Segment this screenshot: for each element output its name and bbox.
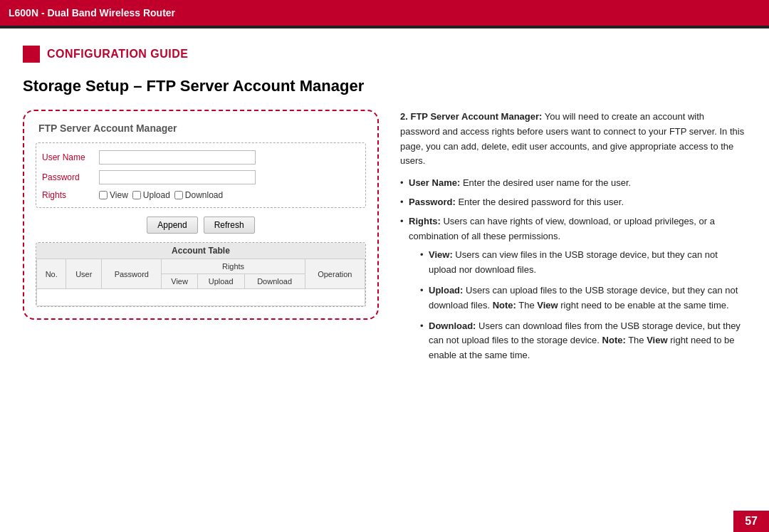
append-button[interactable]: Append xyxy=(147,217,197,234)
col-password: Password xyxy=(102,259,162,289)
password-input[interactable] xyxy=(99,170,256,184)
view-desc: Users can view files in the USB storage … xyxy=(429,249,718,275)
section-title: CONFIGURATION GUIDE xyxy=(47,48,189,61)
upload-view-bold: View xyxy=(537,300,558,311)
section-header: CONFIGURATION GUIDE xyxy=(23,46,746,63)
red-box-icon xyxy=(23,46,40,63)
rights-upload-label: Upload xyxy=(143,190,170,200)
header: L600N - Dual Band Wireless Router xyxy=(0,0,769,26)
rights-download-checkbox[interactable] xyxy=(174,191,183,199)
download-note-text: The xyxy=(628,335,647,345)
page-heading: Storage Setup – FTP Server Account Manag… xyxy=(23,77,746,95)
ftp-form: User Name Password Rights View xyxy=(36,142,366,208)
upload-end-text: right need to be enable at the same time… xyxy=(560,300,728,311)
rights-view-label: View xyxy=(110,190,128,200)
right-column: 2. FTP Server Account Manager: You will … xyxy=(400,110,746,369)
sub-bullet-view: View: Users can view files in the USB st… xyxy=(420,248,746,278)
description-intro: 2. FTP Server Account Manager: You will … xyxy=(400,110,746,169)
rights-download-item: Download xyxy=(174,190,223,200)
username-desc: Enter the desired user name for the user… xyxy=(463,177,631,188)
sub-bullet-download: Download: Users can download files from … xyxy=(420,319,746,363)
password-label: Password xyxy=(42,172,99,182)
download-bold: Download: xyxy=(429,320,476,331)
two-column-layout: FTP Server Account Manager User Name Pas… xyxy=(23,110,746,369)
username-bold: User Name: xyxy=(409,177,460,188)
rights-view-item: View xyxy=(99,190,128,200)
account-table-section: Account Table No. User Password Rights O… xyxy=(36,242,366,307)
page-number: 57 xyxy=(733,511,769,532)
rights-row: Rights View Upload xyxy=(42,190,360,200)
download-view-bold: View xyxy=(647,335,667,345)
rights-upload-item: Upload xyxy=(132,190,170,200)
ftp-panel-title: FTP Server Account Manager xyxy=(36,122,366,134)
rights-view-checkbox[interactable] xyxy=(99,191,108,199)
upload-note-bold: Note: xyxy=(493,300,516,311)
view-bold: View: xyxy=(429,249,453,260)
password-bold: Password: xyxy=(409,197,456,207)
col-operation: Operation xyxy=(305,259,365,289)
rights-label: Rights xyxy=(42,190,99,200)
left-column: FTP Server Account Manager User Name Pas… xyxy=(23,110,379,369)
rights-upload-checkbox[interactable] xyxy=(132,191,141,199)
upload-note-text: The xyxy=(518,300,537,311)
refresh-button[interactable]: Refresh xyxy=(204,217,255,234)
col-upload: Upload xyxy=(197,274,244,289)
bullet-rights: Rights: Users can have rights of view, d… xyxy=(400,214,746,363)
username-row: User Name xyxy=(42,150,360,165)
table-empty-row xyxy=(37,289,365,306)
col-user: User xyxy=(66,259,102,289)
account-table: No. User Password Rights Operation View … xyxy=(36,259,365,306)
col-no: No. xyxy=(37,259,66,289)
username-label: User Name xyxy=(42,152,99,162)
col-rights: Rights xyxy=(162,259,305,274)
ftp-panel: FTP Server Account Manager User Name Pas… xyxy=(23,110,379,320)
download-note-bold: Note: xyxy=(602,335,626,345)
rights-options: View Upload Download xyxy=(99,190,223,200)
main-content: CONFIGURATION GUIDE Storage Setup – FTP … xyxy=(0,28,769,369)
bullet-password: Password: Enter the desired password for… xyxy=(400,195,746,210)
password-desc: Enter the desired password for this user… xyxy=(458,197,624,207)
header-title: L600N - Dual Band Wireless Router xyxy=(9,7,175,19)
main-bullet-list: User Name: Enter the desired user name f… xyxy=(400,176,746,363)
ftp-account-manager-bold: 2. FTP Server Account Manager: xyxy=(400,111,542,122)
sub-bullet-list: View: Users can view files in the USB st… xyxy=(409,248,746,363)
bullet-username: User Name: Enter the desired user name f… xyxy=(400,176,746,191)
rights-bold: Rights: xyxy=(409,216,441,226)
username-input[interactable] xyxy=(99,150,256,165)
rights-download-label: Download xyxy=(185,190,223,200)
col-view: View xyxy=(162,274,197,289)
rights-desc: Users can have rights of view, download,… xyxy=(409,216,715,241)
col-download: Download xyxy=(244,274,305,289)
sub-bullet-upload: Upload: Users can upload files to the US… xyxy=(420,283,746,313)
button-row: Append Refresh xyxy=(36,217,366,234)
password-row: Password xyxy=(42,170,360,184)
upload-bold: Upload: xyxy=(429,285,463,296)
account-table-header: Account Table xyxy=(36,243,365,259)
